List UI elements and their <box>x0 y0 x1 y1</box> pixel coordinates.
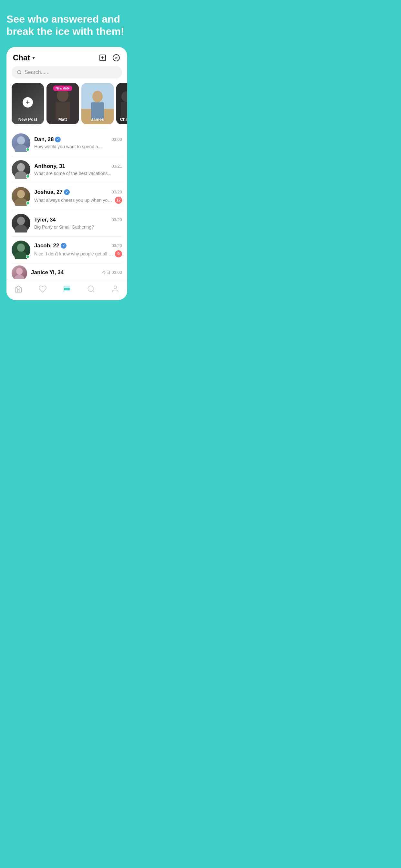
avatar-tyler <box>11 214 30 232</box>
chat-time-janice: 今日 03:00 <box>102 270 122 275</box>
chat-preview-dan: How would you want to spend a... <box>34 144 122 149</box>
chat-list: Dan, 28 ✓ 03:00 How would you want to sp… <box>6 129 127 279</box>
new-date-badge: New date <box>53 86 72 91</box>
story-james[interactable]: James <box>81 83 114 124</box>
stories-row: + New Post New date Matt <box>6 83 127 129</box>
unread-badge-joshua: 12 <box>115 197 122 204</box>
chat-preview-jacob: Nice. I don't know why people get all wo… <box>34 251 113 256</box>
svg-point-20 <box>17 217 25 225</box>
chat-title-text: Chat <box>13 53 30 62</box>
nav-item-chat[interactable] <box>58 283 75 295</box>
unread-badge-jacob: 9 <box>115 250 122 257</box>
chat-item-joshua[interactable]: Joshua, 27 ✓ 03/20 What always cheers yo… <box>11 183 122 210</box>
chat-item-tyler[interactable]: Tyler, 34 03/20 Big Party or Small Gathe… <box>11 210 122 237</box>
verified-badge-jacob: ✓ <box>61 243 66 249</box>
explore-icon <box>87 284 96 293</box>
chat-time-dan: 03:00 <box>112 137 122 142</box>
online-indicator-jacob <box>26 255 30 259</box>
chat-content-tyler: Tyler, 34 03/20 Big Party or Small Gathe… <box>34 217 122 229</box>
chat-time-jacob: 03/20 <box>112 243 122 248</box>
nav-item-profile[interactable] <box>107 283 124 295</box>
story-new-post-label: New Post <box>11 117 44 122</box>
search-placeholder: Search...... <box>25 69 50 75</box>
chat-name-joshua: Joshua, 27 ✓ <box>34 189 70 195</box>
svg-rect-28 <box>19 288 22 292</box>
avatar-wrap-jacob <box>11 241 30 259</box>
svg-point-24 <box>16 268 23 275</box>
story-new-post[interactable]: + New Post <box>11 83 44 124</box>
chat-item-anthony[interactable]: Anthony, 31 03/21 What are some of the b… <box>11 156 122 183</box>
nav-item-home[interactable] <box>10 283 27 295</box>
svg-point-14 <box>17 136 25 145</box>
check-button[interactable] <box>112 53 121 62</box>
online-indicator-anthony <box>26 175 30 178</box>
svg-point-18 <box>17 190 25 198</box>
avatar-wrap-janice <box>11 266 27 279</box>
chat-content-janice: Janice Yi, 34 今日 03:00 <box>31 269 122 277</box>
avatar-wrap-anthony <box>11 160 30 179</box>
chat-bubble-icon <box>62 284 71 293</box>
chat-name-janice: Janice Yi, 34 <box>31 269 64 276</box>
main-card: Chat ▼ Search...... <box>6 47 127 300</box>
svg-point-23 <box>14 252 27 259</box>
svg-point-16 <box>17 163 25 172</box>
chat-name-jacob: Jacob, 22 ✓ <box>34 243 66 249</box>
story-matt[interactable]: New date Matt <box>47 83 79 124</box>
svg-point-2 <box>18 70 21 74</box>
add-story-icon: + <box>23 97 33 107</box>
svg-point-15 <box>14 144 27 152</box>
chat-time-joshua: 03/20 <box>112 190 122 194</box>
avatar-wrap-tyler <box>11 214 30 232</box>
bottom-nav <box>6 279 127 300</box>
svg-rect-26 <box>16 288 18 292</box>
chat-name-tyler: Tyler, 34 <box>34 217 56 223</box>
svg-point-17 <box>14 171 27 179</box>
chat-content-joshua: Joshua, 27 ✓ 03/20 What always cheers yo… <box>34 189 122 204</box>
chat-time-tyler: 03/20 <box>112 217 122 222</box>
avatar-janice <box>11 266 27 279</box>
person-icon <box>111 284 120 293</box>
svg-point-19 <box>14 198 27 206</box>
svg-line-33 <box>93 290 94 292</box>
story-matt-label: Matt <box>47 117 79 122</box>
svg-line-3 <box>20 73 21 74</box>
avatar-wrap-joshua <box>11 187 30 206</box>
headline: See who answered and break the ice with … <box>6 13 127 38</box>
online-indicator-dan <box>26 148 30 151</box>
chat-name-dan: Dan, 28 ✓ <box>34 136 61 143</box>
nav-item-explore[interactable] <box>83 283 99 295</box>
card-header: Chat ▼ <box>6 47 127 66</box>
chat-preview-anthony: What are some of the best vacations... <box>34 171 122 176</box>
chat-title-dropdown-icon[interactable]: ▼ <box>31 55 36 60</box>
svg-point-25 <box>14 275 25 279</box>
story-chris-label: Chri... <box>116 117 127 122</box>
online-indicator-joshua <box>26 201 30 205</box>
chat-item-dan[interactable]: Dan, 28 ✓ 03:00 How would you want to sp… <box>11 129 122 156</box>
svg-point-34 <box>114 286 117 289</box>
compose-button[interactable] <box>98 53 107 62</box>
chat-item-jacob[interactable]: Jacob, 22 ✓ 03/20 Nice. I don't know why… <box>11 237 122 264</box>
chat-item-janice[interactable]: Janice Yi, 34 今日 03:00 <box>11 264 122 279</box>
chat-preview-tyler: Big Party or Small Gathering? <box>34 224 122 229</box>
svg-point-32 <box>88 286 93 291</box>
story-chris[interactable]: Chri... <box>116 83 127 124</box>
search-bar[interactable]: Search...... <box>11 66 122 79</box>
chat-preview-joshua: What always cheers you up when you... <box>34 197 113 203</box>
story-james-label: James <box>81 117 114 122</box>
home-icon <box>14 284 23 293</box>
svg-point-9 <box>92 91 103 102</box>
search-icon <box>17 70 22 75</box>
chat-time-anthony: 03/21 <box>112 164 122 168</box>
header-icons <box>98 53 121 62</box>
heart-icon <box>38 284 47 293</box>
chat-title: Chat ▼ <box>13 53 36 62</box>
verified-badge-dan: ✓ <box>55 136 61 143</box>
svg-point-21 <box>14 225 27 232</box>
chat-name-anthony: Anthony, 31 <box>34 163 65 169</box>
verified-badge-joshua: ✓ <box>64 189 70 195</box>
svg-point-22 <box>17 244 25 252</box>
chat-content-anthony: Anthony, 31 03/21 What are some of the b… <box>34 163 122 176</box>
nav-item-likes[interactable] <box>34 283 51 295</box>
avatar-wrap-dan <box>11 133 30 152</box>
chat-content-dan: Dan, 28 ✓ 03:00 How would you want to sp… <box>34 136 122 149</box>
